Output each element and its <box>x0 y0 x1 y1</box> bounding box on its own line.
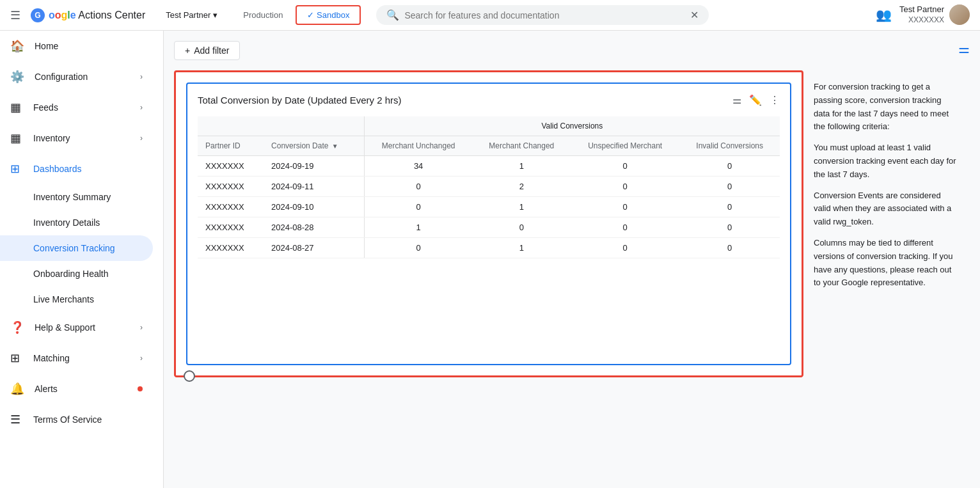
table-row: XXXXXXX 2024-08-28 1 0 0 0 <box>198 217 780 238</box>
cell-invalid: 0 <box>679 217 780 238</box>
filter-bar: + Add filter <box>174 41 970 60</box>
sidebar-dashboards-label: Dashboards <box>33 164 82 174</box>
filter-icon[interactable]: ⚌ <box>732 94 741 106</box>
table-row: XXXXXXX 2024-09-19 34 1 0 0 <box>198 156 780 177</box>
chart-panel: Total Conversion by Date (Updated Every … <box>174 70 803 377</box>
search-input[interactable] <box>404 10 685 20</box>
cell-partner-id: XXXXXXX <box>198 238 264 258</box>
right-panel-paragraph: For conversion tracking to get a passing… <box>814 81 960 134</box>
sidebar-home-label: Home <box>35 41 58 51</box>
edit-icon[interactable]: ✏️ <box>749 94 762 106</box>
topnav-right: 👥 Test Partner XXXXXXX <box>876 4 970 25</box>
chart-title: Total Conversion by Date (Updated Every … <box>198 95 401 106</box>
sidebar-item-alerts[interactable]: 🔔 Alerts <box>0 374 153 404</box>
right-panel-paragraph: Columns may be tied to different version… <box>814 237 960 290</box>
cell-merchant-changed: 1 <box>473 238 571 258</box>
main-content: + Add filter Total Conversion by Date (U… <box>164 31 980 488</box>
hamburger-menu-icon[interactable]: ☰ <box>10 8 20 22</box>
svg-text:G: G <box>35 10 40 19</box>
cell-invalid: 0 <box>679 197 780 217</box>
sidebar: 🏠 Home ⚙️ Configuration › ▦ Feeds › ▦ In… <box>0 31 164 488</box>
sidebar-item-configuration[interactable]: ⚙️ Configuration › <box>0 61 153 92</box>
cell-merchant-unchanged: 0 <box>364 238 472 258</box>
search-clear-icon[interactable]: ✕ <box>690 9 699 21</box>
google-logo-icon: G <box>31 8 45 22</box>
expand-icon-matching: › <box>140 354 143 363</box>
sidebar-onboarding-health-label: Onboarding Health <box>33 269 109 279</box>
sidebar-configuration-label: Configuration <box>35 72 88 82</box>
sidebar-sub-inventory-details[interactable]: Inventory Details <box>0 210 153 235</box>
chart-actions: ⚌ ✏️ ⋮ <box>732 94 780 106</box>
cell-merchant-unchanged: 0 <box>364 177 472 197</box>
chart-header: Total Conversion by Date (Updated Every … <box>198 94 780 106</box>
production-tab[interactable]: Production <box>233 5 293 25</box>
sidebar-sub-live-merchants[interactable]: Live Merchants <box>0 287 153 312</box>
sort-icon: ▼ <box>332 143 338 150</box>
search-bar: 🔍 ✕ <box>376 5 709 25</box>
cell-merchant-changed: 0 <box>473 217 571 238</box>
expand-icon-feeds: › <box>140 103 143 112</box>
table-row: XXXXXXX 2024-09-10 0 1 0 0 <box>198 197 780 217</box>
sidebar-help-label: Help & Support <box>35 322 95 333</box>
cell-invalid: 0 <box>679 156 780 177</box>
sidebar-item-help-support[interactable]: ❓ Help & Support › <box>0 312 153 343</box>
sidebar-item-home[interactable]: 🏠 Home <box>0 31 153 61</box>
sidebar-sub-inventory-summary[interactable]: Inventory Summary <box>0 184 153 210</box>
cell-unspecified: 0 <box>571 238 679 258</box>
right-panel-text: For conversion tracking to get a passing… <box>814 81 960 290</box>
sidebar-inventory-summary-label: Inventory Summary <box>33 192 111 202</box>
cell-date: 2024-09-19 <box>264 156 364 177</box>
empty-header <box>198 116 364 136</box>
cell-invalid: 0 <box>679 177 780 197</box>
partner-dropdown[interactable]: Test Partner ▾ <box>161 8 223 22</box>
user-avatar[interactable] <box>949 4 970 25</box>
sidebar-item-terms-of-service[interactable]: ☰ Terms Of Service <box>0 404 153 435</box>
layout: 🏠 Home ⚙️ Configuration › ▦ Feeds › ▦ In… <box>0 31 980 488</box>
sidebar-item-matching[interactable]: ⊞ Matching › <box>0 343 153 374</box>
right-panel-paragraph: Conversion Events are considered valid w… <box>814 189 960 229</box>
expand-icon-inventory: › <box>140 134 143 143</box>
help-icon: ❓ <box>10 320 24 335</box>
add-filter-button[interactable]: + Add filter <box>174 41 240 60</box>
content-area: Total Conversion by Date (Updated Every … <box>174 70 970 377</box>
cell-date: 2024-09-10 <box>264 197 364 217</box>
drag-handle[interactable] <box>184 370 195 382</box>
table-row: XXXXXXX 2024-08-27 0 1 0 0 <box>198 238 780 258</box>
sidebar-sub-onboarding-health[interactable]: Onboarding Health <box>0 261 153 287</box>
col-conversion-date-header[interactable]: Conversion Date ▼ <box>264 136 364 156</box>
partner-dropdown-icon: ▾ <box>213 10 217 20</box>
cell-unspecified: 0 <box>571 177 679 197</box>
sandbox-tab[interactable]: ✓ Sandbox <box>296 5 361 25</box>
sidebar-item-dashboards[interactable]: ⊞ Dashboards <box>0 153 153 184</box>
cell-date: 2024-08-27 <box>264 238 364 258</box>
add-filter-plus-icon: + <box>185 45 190 56</box>
right-panel-paragraph: You must upload at least 1 valid convers… <box>814 141 960 181</box>
cell-merchant-unchanged: 0 <box>364 197 472 217</box>
home-icon: 🏠 <box>10 39 24 53</box>
sidebar-sub-conversion-tracking[interactable]: Conversion Tracking <box>0 235 153 261</box>
more-options-icon[interactable]: ⋮ <box>770 94 780 106</box>
alerts-badge <box>138 386 143 391</box>
sidebar-item-feeds[interactable]: ▦ Feeds › <box>0 92 153 123</box>
cell-unspecified: 0 <box>571 197 679 217</box>
expand-icon-help: › <box>140 323 143 332</box>
cell-date: 2024-09-11 <box>264 177 364 197</box>
cell-merchant-unchanged: 34 <box>364 156 472 177</box>
cell-merchant-changed: 1 <box>473 156 571 177</box>
column-filter-icon[interactable]: ⚌ <box>958 41 970 56</box>
feeds-icon: ▦ <box>10 100 23 114</box>
cell-date: 2024-08-28 <box>264 217 364 238</box>
cell-merchant-unchanged: 1 <box>364 217 472 238</box>
configuration-icon: ⚙️ <box>10 70 24 84</box>
sidebar-feeds-label: Feeds <box>33 102 58 113</box>
table-body: XXXXXXX 2024-09-19 34 1 0 0 XXXXXXX 2024… <box>198 156 780 258</box>
cell-partner-id: XXXXXXX <box>198 217 264 238</box>
manage-accounts-icon[interactable]: 👥 <box>876 7 892 22</box>
add-filter-label: Add filter <box>194 45 229 56</box>
cell-invalid: 0 <box>679 238 780 258</box>
cell-partner-id: XXXXXXX <box>198 177 264 197</box>
sidebar-matching-label: Matching <box>33 353 70 363</box>
conversion-table: Valid Conversions Partner ID Conversion … <box>198 116 780 258</box>
right-panel: For conversion tracking to get a passing… <box>803 70 970 377</box>
sidebar-item-inventory[interactable]: ▦ Inventory › <box>0 123 153 153</box>
